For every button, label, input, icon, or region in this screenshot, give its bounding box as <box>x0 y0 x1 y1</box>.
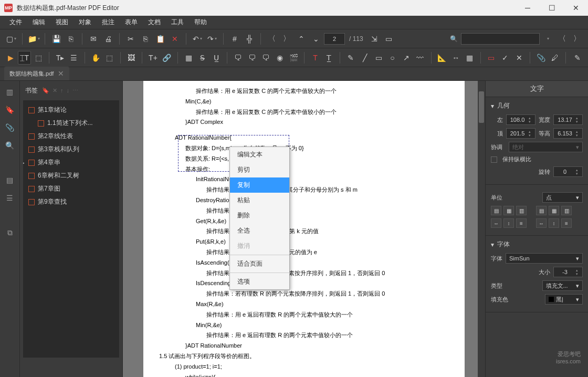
align-top-icon[interactable]: ▤ <box>536 206 547 215</box>
keep-ratio-checkbox[interactable] <box>491 156 497 163</box>
menu-批注[interactable]: 批注 <box>97 18 120 27</box>
document-viewport[interactable]: 操作结果：用 e 返回复数 C 的两个元素中值较大的一个Min(C,&e)操作结… <box>123 81 485 377</box>
cut-button[interactable]: ✂ <box>124 32 138 46</box>
bookmark-item[interactable]: 6章树和二叉树 <box>24 169 118 182</box>
menu-文件[interactable]: 文件 <box>4 18 27 27</box>
same-h-icon[interactable]: ≡ <box>561 218 572 228</box>
highlight-tool[interactable]: ▦ <box>182 51 195 65</box>
dist-v2-icon[interactable]: ↕ <box>549 218 559 228</box>
menu-工具[interactable]: 工具 <box>166 18 189 27</box>
delete-button[interactable]: ✕ <box>168 32 182 46</box>
search-prev-button[interactable]: 〈 <box>555 32 569 46</box>
context-menu-item[interactable]: 适合页面 <box>230 256 289 271</box>
callout-tool[interactable]: 🗨 <box>246 51 258 65</box>
coord-select[interactable]: 绝对▾ <box>509 142 583 152</box>
align-middle-icon[interactable]: ▦ <box>549 206 559 215</box>
underline-tool[interactable]: U̲ <box>210 51 223 65</box>
document-tab[interactable]: 数据结构题集.pdf ✕ <box>4 67 69 80</box>
check-tool[interactable]: ✓ <box>499 51 511 65</box>
prev-page-button[interactable]: 〈 <box>265 32 279 46</box>
snapshot-tool[interactable]: ⬚ <box>103 51 116 65</box>
context-menu-item[interactable]: 选项 <box>230 274 289 289</box>
rect-tool[interactable]: ▭ <box>372 51 385 65</box>
shape-rect-tool[interactable]: ▭ <box>485 51 498 65</box>
search-panel-icon[interactable]: 🔍 <box>4 140 16 151</box>
email-button[interactable]: ✉ <box>87 32 100 46</box>
dist-v-icon[interactable]: ↕ <box>503 218 514 228</box>
pencil-tool[interactable]: ✎ <box>344 51 357 65</box>
rotate-input[interactable]: ▴▾ <box>553 166 583 177</box>
attachments-icon[interactable]: 📎 <box>4 122 16 133</box>
arrow-tool[interactable]: ↗ <box>400 51 413 65</box>
menu-编辑[interactable]: 编辑 <box>27 18 50 27</box>
hand-tool[interactable]: ✋ <box>89 51 102 65</box>
pointer-tool[interactable]: ▶ <box>4 51 17 65</box>
cross-tool[interactable]: ✕ <box>513 51 526 65</box>
grid-icon[interactable]: # <box>228 32 242 46</box>
menu-帮助[interactable]: 帮助 <box>189 18 212 27</box>
align-right-icon[interactable]: ▥ <box>516 206 527 215</box>
paste-button[interactable]: 📋 <box>153 32 167 46</box>
dist-h-icon[interactable]: ↔ <box>491 218 501 228</box>
image-tool[interactable]: 🖼 <box>125 51 138 65</box>
width-input[interactable]: ▴▾ <box>553 114 583 125</box>
text-add-tool[interactable]: T+ <box>146 51 159 65</box>
font-family-select[interactable]: SimSun▾ <box>506 253 583 264</box>
context-menu-item[interactable]: 删除 <box>230 208 289 223</box>
close-tab-button[interactable]: ✕ <box>58 69 64 78</box>
vertical-scrollbar[interactable] <box>478 81 485 377</box>
bookmark-item[interactable]: 第3章栈和队列 <box>24 143 118 156</box>
tags-icon[interactable]: ☰ <box>4 192 16 204</box>
dist-tool[interactable]: ↔ <box>449 51 462 65</box>
text-select-tool[interactable]: ⌶T <box>18 51 31 65</box>
form-tool[interactable]: ☰ <box>68 51 80 65</box>
same-w-icon[interactable]: ≡ <box>516 218 527 228</box>
area-tool[interactable]: ▦ <box>463 51 476 65</box>
polyline-tool[interactable]: 〰 <box>414 51 426 65</box>
line-tool[interactable]: ╱ <box>358 51 371 65</box>
bm-add-icon[interactable]: 🔖 <box>42 87 49 94</box>
redo-button[interactable]: ↷ <box>205 32 219 46</box>
context-menu-item[interactable]: 粘贴 <box>230 193 289 208</box>
left-input[interactable]: ▴▾ <box>506 114 536 125</box>
search-input[interactable] <box>461 33 540 45</box>
save-as-button[interactable]: ⎘ <box>64 32 78 46</box>
thumbnails-icon[interactable]: ▥ <box>4 86 16 98</box>
copy-button[interactable]: ⎘ <box>139 32 152 46</box>
undo-button[interactable]: ↶ <box>191 32 204 46</box>
stamp-tool[interactable]: ◉ <box>274 51 286 65</box>
circle-tool[interactable]: ○ <box>386 51 398 65</box>
font-size-input[interactable]: ▴▾ <box>553 267 583 277</box>
signature-tool[interactable]: 🖊 <box>548 51 561 65</box>
attachment-tool[interactable]: 📎 <box>534 51 547 65</box>
snap-icon[interactable]: ╬ <box>243 32 256 46</box>
bookmarks-icon[interactable]: 🔖 <box>4 104 16 116</box>
bm-menu-icon[interactable]: ⋯ <box>72 87 78 94</box>
align-bottom-icon[interactable]: ▥ <box>561 206 572 215</box>
text-red-tool[interactable]: T <box>309 51 321 65</box>
video-tool[interactable]: 🎬 <box>287 51 300 65</box>
next-page-button[interactable]: 〉 <box>280 32 293 46</box>
new-file-button[interactable]: ▢ <box>4 32 18 46</box>
print-button[interactable]: 🖨 <box>101 32 115 46</box>
context-menu-item[interactable]: 复制 <box>230 177 289 193</box>
bookmark-item[interactable]: 第9章查找 <box>24 195 118 208</box>
page-number-input[interactable] <box>324 33 345 45</box>
height-input[interactable]: ▴▾ <box>553 128 583 139</box>
open-file-button[interactable]: 📁 <box>27 32 40 46</box>
minimize-button[interactable]: ─ <box>516 0 540 16</box>
menu-文档[interactable]: 文档 <box>143 18 166 27</box>
note-tool[interactable]: 🗨 <box>232 51 244 65</box>
menu-视图[interactable]: 视图 <box>50 18 74 27</box>
context-menu-item[interactable]: 编辑文本 <box>230 147 289 162</box>
bm-down-icon[interactable]: ↓ <box>67 87 70 94</box>
maximize-button[interactable]: ☐ <box>540 0 564 16</box>
strike-tool[interactable]: S̶ <box>196 51 208 65</box>
bookmark-item[interactable]: 1.1简述下列术... <box>24 117 118 130</box>
context-menu-item[interactable]: 撤消 <box>230 238 289 254</box>
fill-color-select[interactable]: 黑|▾ <box>545 294 583 305</box>
object-tool[interactable]: ⬚ <box>32 51 45 65</box>
menu-对象[interactable]: 对象 <box>74 18 97 27</box>
align-center-icon[interactable]: ▦ <box>503 206 514 215</box>
text-ann-tool[interactable]: 🗨 <box>259 51 272 65</box>
